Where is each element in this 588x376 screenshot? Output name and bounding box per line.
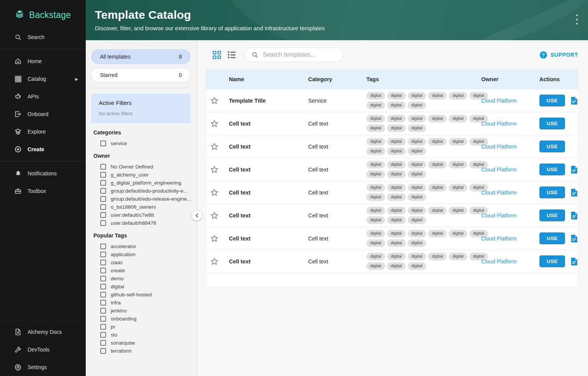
kebab-menu-icon[interactable] (573, 15, 580, 25)
use-button[interactable]: USE (539, 118, 565, 129)
use-button[interactable]: USE (539, 209, 565, 221)
owner-checkbox-row[interactable]: group:default/edo-productivity-e... (91, 187, 191, 195)
docs-icon[interactable] (570, 234, 578, 243)
use-button[interactable]: USE (539, 95, 565, 106)
owner-checkbox-row[interactable]: user:default/h88476 (91, 219, 191, 227)
brand[interactable]: Backstage (0, 0, 86, 28)
owner-checkbox[interactable] (100, 212, 106, 218)
use-button[interactable]: USE (539, 163, 565, 175)
owner-link[interactable]: Cloud Platform (481, 213, 517, 219)
sidebar-item-devtools[interactable]: DevTools (0, 341, 86, 358)
owner-link[interactable]: Cloud Platform (481, 144, 517, 150)
tag-checkbox-row[interactable]: terraform (91, 347, 191, 355)
tag-checkbox-row[interactable]: jenkins (91, 307, 191, 315)
star-icon[interactable] (210, 188, 219, 197)
sidebar-item-toolbox[interactable]: Toolbox (0, 182, 86, 200)
collapse-panel-button[interactable] (192, 211, 202, 221)
docs-icon[interactable] (570, 96, 578, 105)
sidebar-item-onboard[interactable]: Onboard (0, 105, 86, 123)
docs-icon[interactable] (570, 188, 578, 197)
tag-checkbox[interactable] (100, 268, 106, 273)
use-button[interactable]: USE (539, 232, 565, 244)
owner-checkbox-row[interactable]: group:default/edo-release-engine... (91, 195, 191, 203)
use-button[interactable]: USE (539, 255, 565, 267)
tag-checkbox[interactable] (100, 292, 106, 298)
owner-checkbox[interactable] (100, 180, 106, 186)
owner-checkbox[interactable] (100, 188, 106, 194)
owner-link[interactable]: Cloud Platform (481, 235, 517, 242)
docs-icon[interactable] (570, 257, 578, 266)
sidebar-item-create[interactable]: Create (0, 141, 86, 158)
tag-checkbox[interactable] (100, 340, 106, 346)
tag-checkbox-row[interactable]: slo (91, 331, 191, 339)
tag-checkbox-row[interactable]: ciaas (91, 258, 191, 266)
tag-checkbox-row[interactable]: application (91, 250, 191, 258)
docs-icon[interactable] (570, 211, 578, 220)
sidebar-item-alchemy-docs[interactable]: Alchemy Docs (0, 323, 86, 341)
owner-link[interactable]: Cloud Platform (481, 98, 517, 104)
tag-checkbox[interactable] (100, 308, 106, 314)
owner-checkbox[interactable] (100, 172, 106, 178)
tag-checkbox-row[interactable]: create (91, 266, 191, 275)
tag-checkbox-row[interactable]: sonarqube (91, 339, 191, 347)
sidebar-item-explore[interactable]: Explore (0, 123, 86, 141)
tag-checkbox[interactable] (100, 332, 106, 338)
star-icon[interactable] (210, 257, 219, 266)
tag-checkbox-row[interactable]: digital (91, 283, 191, 291)
tag-checkbox-row[interactable]: demo (91, 275, 191, 283)
sidebar-item-catalog[interactable]: Catalog ▶ (0, 70, 86, 88)
star-icon[interactable] (210, 234, 219, 243)
star-icon[interactable] (210, 211, 219, 220)
owner-checkbox[interactable] (100, 196, 106, 202)
tag-checkbox[interactable] (100, 284, 106, 289)
tag-checkbox-row[interactable]: infra (91, 299, 191, 307)
grid-view-icon[interactable] (213, 51, 221, 59)
tag-checkbox[interactable] (100, 276, 106, 281)
use-button[interactable]: USE (539, 141, 565, 152)
owner-checkbox[interactable] (100, 204, 106, 210)
tag-checkbox-row[interactable]: accelerator (91, 242, 191, 250)
owner-link[interactable]: Cloud Platform (481, 121, 517, 127)
category-checkbox[interactable] (100, 141, 106, 146)
list-view-icon[interactable] (228, 51, 235, 58)
sidebar-item-home[interactable]: Home (0, 52, 86, 70)
tag-chip: digital (366, 184, 385, 191)
owner-link[interactable]: Cloud Platform (481, 258, 517, 265)
owner-checkbox-row[interactable]: g_alchemy_user (91, 171, 191, 179)
tag-checkbox[interactable] (100, 316, 106, 322)
owner-checkbox[interactable] (100, 164, 106, 170)
tag-checkbox-row[interactable]: github-self-hosted (91, 291, 191, 299)
category-checkbox-row[interactable]: service (91, 139, 191, 147)
sidebar-item-label: Onboard (28, 111, 48, 117)
search-templates-input[interactable] (263, 51, 336, 58)
owner-checkbox-row[interactable]: g_digital_platform_engineering (91, 179, 191, 187)
docs-icon[interactable] (570, 165, 578, 174)
owner-checkbox-row[interactable]: No Owner Defined (91, 163, 191, 171)
star-icon[interactable] (210, 119, 219, 128)
tag-checkbox[interactable] (100, 252, 106, 257)
star-icon[interactable] (210, 165, 219, 174)
owner-checkbox-row[interactable]: o_ba18606_owners (91, 203, 191, 211)
sidebar-item-notifications[interactable]: Notifications (0, 165, 86, 182)
tag-checkbox[interactable] (100, 348, 106, 354)
tag-checkbox[interactable] (100, 324, 106, 330)
use-button[interactable]: USE (539, 186, 565, 198)
star-icon[interactable] (210, 96, 219, 105)
tag-checkbox[interactable] (100, 244, 106, 249)
tag-checkbox[interactable] (100, 300, 106, 306)
sidebar-item-search[interactable]: Search (0, 28, 86, 46)
tag-checkbox[interactable] (100, 260, 106, 265)
filter-pill-all-templates[interactable]: All templates 8 (91, 49, 191, 64)
checkbox-label: sonarqube (111, 340, 135, 346)
tag-checkbox-row[interactable]: pr (91, 323, 191, 331)
support-link[interactable]: ? SUPPORT (540, 51, 578, 59)
sidebar-item-settings[interactable]: Settings (0, 358, 86, 376)
tag-checkbox-row[interactable]: onboarding (91, 315, 191, 323)
owner-checkbox-row[interactable]: user:default/c7w8tt (91, 211, 191, 219)
owner-link[interactable]: Cloud Platform (481, 167, 517, 173)
owner-link[interactable]: Cloud Platform (481, 190, 517, 196)
filter-pill-starred[interactable]: Starred 0 (91, 68, 191, 82)
star-icon[interactable] (210, 142, 219, 151)
sidebar-item-apis[interactable]: APIs (0, 88, 86, 105)
owner-checkbox[interactable] (100, 220, 106, 226)
